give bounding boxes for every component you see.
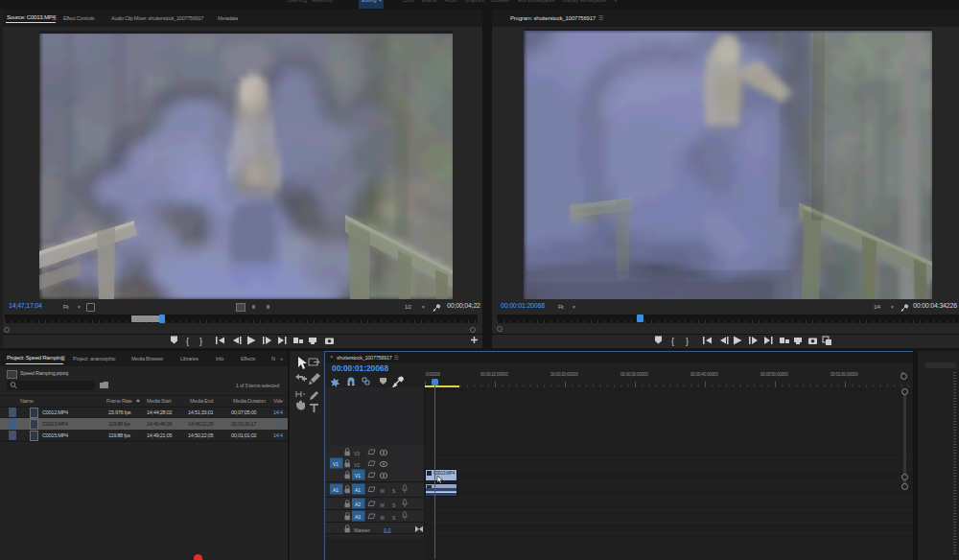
svg-text:A3: A3 <box>355 514 361 520</box>
svg-text:M: M <box>381 515 385 521</box>
svg-text:V1: V1 <box>355 473 361 478</box>
svg-text:V3: V3 <box>354 451 360 456</box>
svg-text:{: { <box>186 337 189 346</box>
svg-text:{: { <box>671 337 674 346</box>
svg-text:S: S <box>392 515 396 521</box>
svg-text:A1: A1 <box>333 487 339 493</box>
svg-text:M: M <box>381 502 385 508</box>
svg-text:Master: Master <box>354 527 370 533</box>
svg-text:}: } <box>199 337 202 346</box>
svg-text:M: M <box>381 488 385 494</box>
svg-text:0.0: 0.0 <box>384 527 391 533</box>
svg-text:V2: V2 <box>354 462 360 468</box>
svg-text:}: } <box>686 337 689 346</box>
svg-text:S: S <box>392 488 396 494</box>
svg-text:S: S <box>392 502 396 508</box>
svg-text:V1: V1 <box>333 461 339 467</box>
svg-text:A2: A2 <box>355 502 361 507</box>
svg-text:A1: A1 <box>355 487 361 493</box>
